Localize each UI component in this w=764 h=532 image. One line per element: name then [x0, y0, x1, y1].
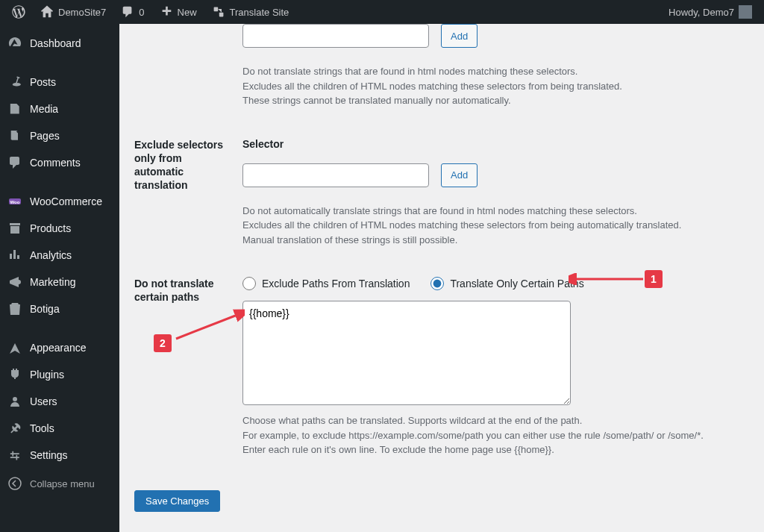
wordpress-icon — [12, 5, 25, 19]
translate-label: Translate Site — [230, 7, 289, 18]
radio-translate-input[interactable] — [430, 277, 444, 290]
collapse-icon — [7, 476, 22, 491]
help-text: Choose what paths can be translated. Sup… — [242, 413, 749, 428]
avatar — [739, 5, 752, 19]
menu-analytics[interactable]: Analytics — [0, 242, 119, 269]
menu-plugins[interactable]: Plugins — [0, 361, 119, 388]
tools-icon — [7, 421, 22, 436]
media-icon — [7, 101, 22, 116]
help-text: Enter each rule on it's own line. To exc… — [242, 442, 749, 457]
radio-translate-only[interactable]: Translate Only Certain Paths — [430, 277, 583, 290]
menu-appearance[interactable]: Appearance — [0, 334, 119, 361]
add-button-2[interactable]: Add — [441, 163, 478, 187]
radio-exclude-input[interactable] — [242, 277, 256, 290]
collapse-menu[interactable]: Collapse menu — [0, 469, 119, 498]
menu-marketing[interactable]: Marketing — [0, 269, 119, 295]
svg-line-7 — [176, 315, 237, 339]
svg-rect-1 — [219, 13, 223, 17]
arrow-1 — [569, 273, 648, 285]
annotation-2: 2 — [154, 334, 172, 352]
save-changes-button[interactable]: Save Changes — [134, 490, 220, 512]
plus-icon — [160, 5, 173, 19]
main-content: Add Do not translate strings that are fo… — [119, 24, 764, 532]
svg-point-5 — [9, 478, 21, 489]
menu-media[interactable]: Media — [0, 96, 119, 122]
settings-icon — [7, 448, 22, 463]
paths-label: Do not translate certain paths — [134, 277, 242, 457]
site-name-item[interactable]: DemoSite7 — [34, 0, 112, 24]
help-text: Excludes all the children of HTML nodes … — [242, 218, 749, 233]
users-icon — [7, 394, 22, 409]
dashboard-icon — [7, 36, 22, 51]
comments-count: 0 — [139, 7, 144, 18]
svg-point-4 — [13, 397, 17, 401]
svg-rect-0 — [213, 7, 218, 12]
marketing-icon — [7, 275, 22, 290]
help-text: Do not translate strings that are found … — [242, 64, 749, 79]
howdy-item[interactable]: Howdy, Demo7 — [663, 0, 758, 24]
comments-menu-icon — [7, 155, 22, 170]
wp-logo-item[interactable] — [6, 0, 31, 24]
help-text: For example, to exclude https://example.… — [242, 428, 749, 443]
comments-icon — [121, 5, 134, 19]
svg-text:Woo: Woo — [10, 200, 20, 204]
home-icon — [40, 5, 54, 19]
radio-exclude-paths[interactable]: Exclude Paths From Translation — [242, 277, 410, 290]
menu-products[interactable]: Products — [0, 215, 119, 242]
selector-heading: Selector — [242, 138, 749, 150]
arrow-2 — [170, 309, 245, 343]
help-text: These strings cannot be translated manua… — [242, 93, 749, 108]
comments-item[interactable]: 0 — [115, 0, 150, 24]
menu-posts[interactable]: Posts — [0, 69, 119, 96]
howdy-label: Howdy, Demo7 — [668, 7, 734, 18]
pages-icon — [7, 128, 22, 143]
menu-users[interactable]: Users — [0, 388, 119, 415]
menu-woocommerce[interactable]: WooWooCommerce — [0, 188, 119, 215]
analytics-icon — [7, 248, 22, 263]
woocommerce-icon: Woo — [7, 194, 22, 209]
appearance-icon — [7, 340, 22, 355]
help-text: Manual translation of these strings is s… — [242, 233, 749, 248]
exclude-auto-label: Exclude selectors only from automatic tr… — [134, 138, 242, 248]
menu-botiga[interactable]: Botiga — [0, 295, 119, 322]
help-text: Do not automatically translate strings t… — [242, 204, 749, 219]
admin-sidebar: Dashboard Posts Media Pages Comments Woo… — [0, 24, 119, 532]
exclude-auto-selector-input[interactable] — [242, 163, 429, 187]
plugins-icon — [7, 367, 22, 382]
botiga-icon — [7, 301, 22, 316]
exclude-selector-input[interactable] — [242, 24, 429, 48]
site-name-label: DemoSite7 — [58, 7, 106, 18]
menu-tools[interactable]: Tools — [0, 415, 119, 442]
menu-pages[interactable]: Pages — [0, 122, 119, 149]
admin-bar: DemoSite7 0 New Translate Site Howdy, De… — [0, 0, 764, 24]
products-icon — [7, 221, 22, 236]
new-item[interactable]: New — [154, 0, 203, 24]
menu-dashboard[interactable]: Dashboard — [0, 30, 119, 57]
paths-textarea[interactable] — [242, 301, 571, 405]
add-button-1[interactable]: Add — [441, 24, 478, 48]
posts-icon — [7, 75, 22, 90]
menu-settings[interactable]: Settings — [0, 442, 119, 469]
menu-comments[interactable]: Comments — [0, 149, 119, 176]
translate-item[interactable]: Translate Site — [206, 0, 295, 24]
help-text: Excludes all the children of HTML nodes … — [242, 79, 749, 94]
new-label: New — [178, 7, 197, 18]
translate-icon — [212, 5, 225, 19]
